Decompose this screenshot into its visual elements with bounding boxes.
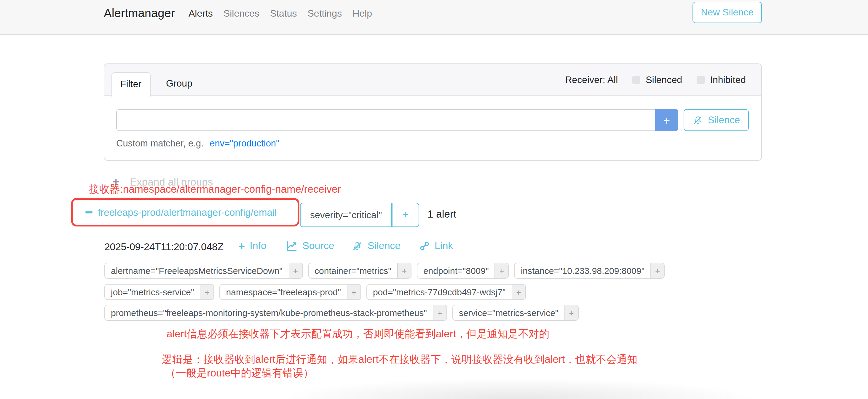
group-matcher-label[interactable]: severity="critical" bbox=[300, 203, 392, 227]
label-tag-text: container="metrics" bbox=[309, 263, 397, 278]
annotation-note-2: 逻辑是：接收器收到alert后进行通知，如果alert不在接收器下，说明接收器没… bbox=[162, 352, 638, 366]
tab-filter[interactable]: Filter bbox=[112, 72, 150, 97]
label-tag: prometheus="freeleaps-monitoring-system/… bbox=[104, 305, 447, 321]
label-tag-text: instance="10.233.98.209:8009" bbox=[515, 263, 651, 278]
label-tag: container="metrics"+ bbox=[308, 263, 411, 279]
label-add-filter-button[interactable]: + bbox=[347, 284, 361, 299]
label-tag-text: job="metrics-service" bbox=[105, 284, 200, 299]
label-tag-text: alertname="FreeleapsMetricsServiceDown" bbox=[105, 263, 288, 278]
alert-silence-label: Silence bbox=[368, 240, 401, 252]
matcher-helper-text: Custom matcher, e.g. bbox=[116, 138, 204, 148]
navbar: Alertmanager Alerts Silences Status Sett… bbox=[0, 0, 868, 35]
alert-source-link[interactable]: Source bbox=[286, 240, 334, 252]
nav-item-status[interactable]: Status bbox=[270, 8, 297, 19]
alert-labels-row-2: job="metrics-service"+ namespace="freele… bbox=[104, 284, 526, 300]
annotation-note-1: alert信息必须在接收器下才表示配置成功，否则即使能看到alert，但是通知是… bbox=[166, 327, 549, 341]
chart-line-icon bbox=[286, 241, 298, 251]
label-add-filter-button[interactable]: + bbox=[397, 263, 411, 278]
alert-count: 1 alert bbox=[428, 208, 456, 220]
alert-link-label: Link bbox=[435, 240, 453, 252]
label-tag-text: pod="metrics-77d9cdb497-wdsj7" bbox=[367, 284, 512, 299]
nav-item-settings[interactable]: Settings bbox=[308, 8, 342, 19]
plus-icon: + bbox=[238, 240, 245, 252]
inhibited-checkbox[interactable]: Inhibited bbox=[696, 75, 746, 85]
label-add-filter-button[interactable]: + bbox=[650, 263, 664, 278]
group-matcher-add-button[interactable]: + bbox=[392, 203, 419, 227]
filter-card: Filter Group Receiver: All Silenced Inhi… bbox=[104, 63, 762, 161]
alertmanager-page: Alertmanager Alerts Silences Status Sett… bbox=[0, 0, 868, 399]
label-tag-text: prometheus="freeleaps-monitoring-system/… bbox=[105, 305, 433, 320]
alert-info-link[interactable]: + Info bbox=[238, 240, 267, 252]
alert-source-label: Source bbox=[302, 240, 334, 252]
label-add-filter-button[interactable]: + bbox=[433, 305, 446, 320]
label-add-filter-button[interactable]: + bbox=[564, 305, 578, 320]
silence-filter-label: Silence bbox=[708, 115, 740, 126]
collapse-minus-icon bbox=[85, 211, 92, 213]
label-tag: pod="metrics-77d9cdb497-wdsj7"+ bbox=[366, 284, 526, 300]
label-add-filter-button[interactable]: + bbox=[495, 263, 508, 278]
inhibited-checkbox-label: Inhibited bbox=[710, 75, 746, 85]
label-add-filter-button[interactable]: + bbox=[288, 263, 302, 278]
bell-slash-icon bbox=[692, 115, 703, 125]
label-tag: instance="10.233.98.209:8009"+ bbox=[514, 263, 665, 279]
nav-item-help[interactable]: Help bbox=[352, 8, 372, 19]
label-tag-text: endpoint="8009" bbox=[417, 263, 495, 278]
matcher-input-group: + Silence bbox=[116, 109, 749, 131]
alert-generator-link[interactable]: Link bbox=[419, 240, 453, 252]
silence-filter-button[interactable]: Silence bbox=[684, 109, 749, 131]
label-tag: namespace="freeleaps-prod"+ bbox=[220, 284, 361, 300]
matcher-helper: Custom matcher, e.g. env="production" bbox=[116, 138, 279, 149]
alert-timestamp: 2025-09-24T11:20:07.048Z bbox=[104, 241, 223, 253]
silenced-checkbox-box[interactable] bbox=[632, 76, 640, 84]
inhibited-checkbox-box[interactable] bbox=[696, 76, 705, 84]
alert-labels-row-1: alertname="FreeleapsMetricsServiceDown"+… bbox=[104, 263, 664, 279]
group-matcher: severity="critical" + bbox=[300, 203, 419, 227]
receiver-group-button[interactable]: freeleaps-prod/alertmanager-config/email bbox=[71, 198, 300, 226]
label-tag: service="metrics-service"+ bbox=[453, 305, 579, 321]
add-matcher-button[interactable]: + bbox=[655, 109, 678, 131]
label-add-filter-button[interactable]: + bbox=[200, 284, 214, 299]
alert-info-label: Info bbox=[250, 240, 267, 252]
label-tag-text: namespace="freeleaps-prod" bbox=[220, 284, 347, 299]
label-tag-text: service="metrics-service" bbox=[453, 305, 564, 320]
label-add-filter-button[interactable]: + bbox=[512, 284, 525, 299]
annotation-receiver-note: 接收器:namespace/altermanager-config-name/r… bbox=[89, 182, 341, 196]
nav-item-alerts[interactable]: Alerts bbox=[189, 8, 213, 19]
silenced-checkbox-label: Silenced bbox=[646, 75, 682, 85]
matcher-input[interactable] bbox=[116, 109, 655, 131]
bell-slash-icon bbox=[351, 240, 363, 252]
receiver-group-name: freeleaps-prod/alertmanager-config/email bbox=[98, 207, 277, 218]
link-icon bbox=[419, 241, 430, 251]
filter-header-controls: Receiver: All Silenced Inhibited bbox=[565, 64, 746, 96]
new-silence-button[interactable]: New Silence bbox=[692, 2, 762, 23]
annotation-note-3: （一般是route中的逻辑有错误） bbox=[165, 366, 314, 380]
filter-card-header: Filter Group Receiver: All Silenced Inhi… bbox=[104, 64, 761, 96]
brand-link[interactable]: Alertmanager bbox=[104, 6, 175, 20]
receiver-filter-dropdown[interactable]: Receiver: All bbox=[565, 75, 618, 85]
label-tag: job="metrics-service"+ bbox=[104, 284, 214, 300]
silenced-checkbox[interactable]: Silenced bbox=[632, 75, 682, 85]
matcher-example-link[interactable]: env="production" bbox=[210, 138, 279, 148]
label-tag: endpoint="8009"+ bbox=[417, 263, 509, 279]
nav-item-silences[interactable]: Silences bbox=[223, 8, 259, 19]
tab-group[interactable]: Group bbox=[158, 72, 201, 95]
alert-labels-row-3: prometheus="freeleaps-monitoring-system/… bbox=[104, 305, 578, 321]
label-tag: alertname="FreeleapsMetricsServiceDown"+ bbox=[104, 263, 303, 279]
main-nav: Alerts Silences Status Settings Help bbox=[189, 8, 372, 19]
alert-silence-link[interactable]: Silence bbox=[351, 240, 401, 252]
